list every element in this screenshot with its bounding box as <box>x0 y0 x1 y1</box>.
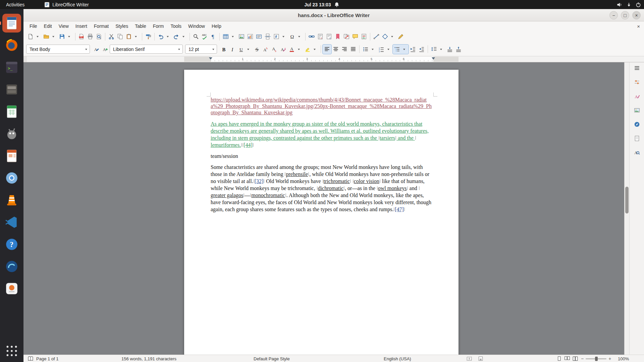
text-link[interactable]: monochromatic <box>250 192 286 198</box>
style-inspector-deck-button[interactable]: A <box>632 147 642 158</box>
focused-app-menu[interactable]: LibreOffice Writer <box>39 0 93 9</box>
page-style[interactable]: Default Page Style <box>254 355 290 362</box>
chevron-down-icon[interactable] <box>280 33 287 40</box>
unordered-list-button[interactable] <box>361 45 377 54</box>
menu-window[interactable]: Window <box>185 22 208 30</box>
underline-button[interactable]: U <box>237 45 253 54</box>
spelling-button[interactable]: ABC <box>200 32 209 41</box>
document-text[interactable]: https://upload.wikimedia.org/wikipedia/c… <box>211 97 433 217</box>
dock-item-gimp[interactable] <box>2 124 21 143</box>
insert-line-button[interactable] <box>372 32 381 41</box>
text-link[interactable]: owl monkeys <box>377 185 408 191</box>
paragraph-2[interactable]: As apes have emerged in the monkey group… <box>211 120 433 148</box>
chevron-down-icon[interactable] <box>50 33 57 40</box>
dock-item-chromium[interactable] <box>2 169 21 187</box>
dock-item-firefox[interactable] <box>2 36 21 55</box>
vertical-scrollbar[interactable] <box>624 62 629 355</box>
dock-item-help-viewer[interactable]: ? <box>2 235 21 254</box>
show-applications-button[interactable] <box>5 344 19 358</box>
new-style-button[interactable]: A <box>101 45 110 54</box>
formatting-marks-button[interactable]: ¶ <box>209 32 218 41</box>
chevron-down-icon[interactable] <box>389 33 395 40</box>
text-link[interactable]: color vision <box>353 178 381 184</box>
multi-page-view-button[interactable] <box>564 355 570 362</box>
dock-item-file-manager[interactable] <box>2 80 21 99</box>
chevron-down-icon[interactable] <box>132 33 139 40</box>
window-titlebar[interactable]: hans.docx - LibreOffice Writer − □ × <box>23 9 644 21</box>
page-info[interactable]: Page 1 of 1 <box>36 355 59 362</box>
maximize-button[interactable]: □ <box>621 11 629 19</box>
dock-item-libreoffice-calc[interactable] <box>2 102 21 121</box>
menu-insert[interactable]: Insert <box>72 22 91 30</box>
ordered-list-button[interactable]: 123 <box>377 45 393 54</box>
align-center-button[interactable] <box>331 45 340 54</box>
chevron-down-icon[interactable] <box>176 48 182 51</box>
insert-text-box-button[interactable] <box>255 32 263 41</box>
minimize-button[interactable]: − <box>609 11 618 19</box>
text-link[interactable]: tarsiers <box>378 135 396 141</box>
scrollbar-thumb[interactable] <box>625 187 629 214</box>
redo-button[interactable] <box>172 32 188 41</box>
book-view-button[interactable] <box>572 355 578 362</box>
chevron-down-icon[interactable] <box>296 33 303 40</box>
paragraph-style-select[interactable]: Text Body <box>26 45 90 54</box>
dock-item-libreoffice-impress[interactable] <box>2 146 21 165</box>
insert-bookmark-button[interactable] <box>333 32 342 41</box>
decrease-paragraph-spacing-button[interactable] <box>454 45 463 54</box>
font-name-select[interactable]: Liberation Serif <box>110 45 183 54</box>
update-style-button[interactable]: A <box>92 45 101 54</box>
paste-button[interactable] <box>124 32 140 41</box>
align-justified-button[interactable] <box>349 45 358 54</box>
word-count[interactable]: 156 words, 1,191 characters <box>121 355 176 362</box>
insert-hyperlink-button[interactable] <box>307 32 316 41</box>
print-preview-button[interactable] <box>95 32 103 41</box>
dock-item-terminal[interactable]: >_ <box>2 58 21 77</box>
menu-form[interactable]: Form <box>150 22 167 30</box>
menu-styles[interactable]: Styles <box>112 22 131 30</box>
open-button[interactable] <box>42 32 58 41</box>
clone-formatting-button[interactable] <box>144 32 153 41</box>
chevron-down-icon[interactable] <box>296 46 302 53</box>
document-modified-icon[interactable] <box>478 355 484 362</box>
chevron-down-icon[interactable] <box>34 33 41 40</box>
text-link[interactable]: [32] <box>253 178 265 184</box>
activities-button[interactable]: Activities <box>0 0 31 9</box>
menu-file[interactable]: File <box>26 22 41 30</box>
styles-deck-button[interactable]: A <box>632 91 642 101</box>
page-deck-button[interactable] <box>632 133 642 143</box>
paragraph-3[interactable]: team/session <box>211 153 433 160</box>
horizontal-ruler[interactable]: 123456 <box>23 56 644 62</box>
italic-button[interactable]: I <box>228 45 237 54</box>
save-button[interactable] <box>58 32 73 41</box>
selection-mode-icon[interactable] <box>466 355 472 362</box>
text-link[interactable]: https://upload.wikimedia.org/wikipedia/c… <box>211 97 432 115</box>
text-language[interactable]: English (USA) <box>384 355 411 362</box>
font-color-button[interactable]: A <box>287 45 303 54</box>
dock-item-blue-circle-app[interactable] <box>2 257 21 276</box>
document-canvas[interactable]: https://upload.wikimedia.org/wikipedia/c… <box>23 62 624 355</box>
increase-paragraph-spacing-button[interactable] <box>445 45 454 54</box>
text-link[interactable]: [44] <box>242 142 254 148</box>
indent-marker-right[interactable] <box>432 57 435 60</box>
chevron-down-icon[interactable] <box>66 33 72 40</box>
gallery-deck-button[interactable] <box>632 105 642 115</box>
superscript-button[interactable]: Ab <box>261 45 270 54</box>
chevron-down-icon[interactable] <box>401 46 408 53</box>
menu-table[interactable]: Table <box>131 22 149 30</box>
show-draw-functions-button[interactable] <box>396 32 405 41</box>
chevron-down-icon[interactable] <box>164 33 171 40</box>
chevron-down-icon[interactable] <box>311 46 318 53</box>
align-left-button[interactable] <box>323 45 331 54</box>
decrease-indent-button[interactable] <box>417 45 426 54</box>
indent-marker-left[interactable] <box>209 57 212 60</box>
zoom-slider[interactable] <box>586 358 606 359</box>
paragraph-4[interactable]: Some characteristics are shared among th… <box>211 164 433 213</box>
zoom-out-button[interactable]: − <box>581 356 584 361</box>
undo-button[interactable] <box>156 32 172 41</box>
insert-image-button[interactable] <box>237 32 246 41</box>
new-document-button[interactable] <box>26 32 42 41</box>
insert-comment-button[interactable] <box>351 32 360 41</box>
export-pdf-button[interactable]: PDF <box>77 32 86 41</box>
chevron-down-icon[interactable] <box>229 33 236 40</box>
properties-deck-button[interactable] <box>632 77 642 87</box>
